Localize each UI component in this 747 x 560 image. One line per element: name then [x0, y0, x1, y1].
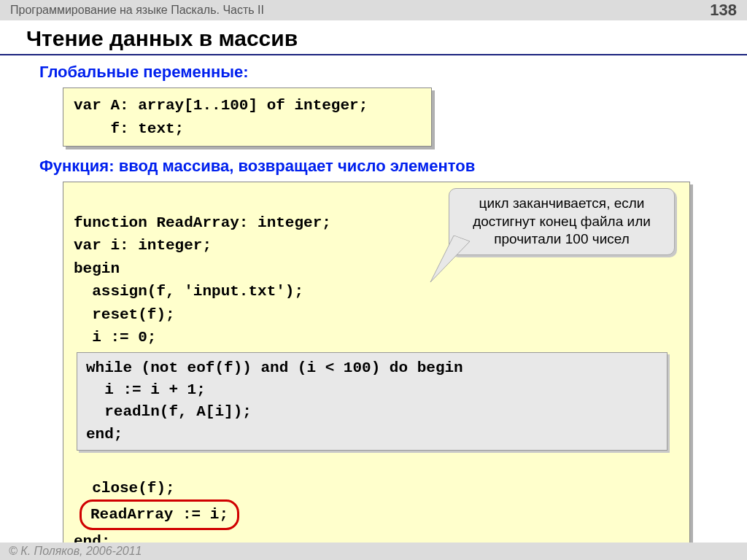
course-title: Программирование на языке Паскаль. Часть… [10, 4, 264, 17]
callout-bubble: цикл заканчивается, если достигнут конец… [449, 188, 675, 255]
slide-title: Чтение данных в массив [26, 26, 721, 51]
code-pre: function ReadArray: integer; var i: inte… [74, 214, 331, 346]
code-loop-box: while (not eof(f)) and (i < 100) do begi… [77, 352, 667, 451]
copyright: © К. Поляков, 2006-2011 [9, 545, 142, 557]
callout-tail-icon [427, 236, 479, 287]
code-function: function ReadArray: integer; var i: inte… [63, 182, 690, 560]
section-function: Функция: ввод массива, возвращает число … [39, 157, 708, 176]
title-row: Чтение данных в массив [0, 20, 747, 55]
content-area: Глобальные переменные: var A: array[1..1… [0, 63, 747, 560]
callout-text: цикл заканчивается, если достигнут конец… [473, 195, 651, 246]
code-globals: var A: array[1..100] of integer; f: text… [63, 88, 432, 147]
code-return-highlight: ReadArray := i; [80, 499, 239, 530]
svg-marker-0 [430, 236, 470, 282]
code-close: close(f); [74, 480, 175, 497]
page-number: 138 [710, 1, 737, 20]
footer-bar: © К. Поляков, 2006-2011 [0, 542, 747, 560]
header-bar: Программирование на языке Паскаль. Часть… [0, 0, 747, 20]
section-globals: Глобальные переменные: [39, 63, 708, 82]
